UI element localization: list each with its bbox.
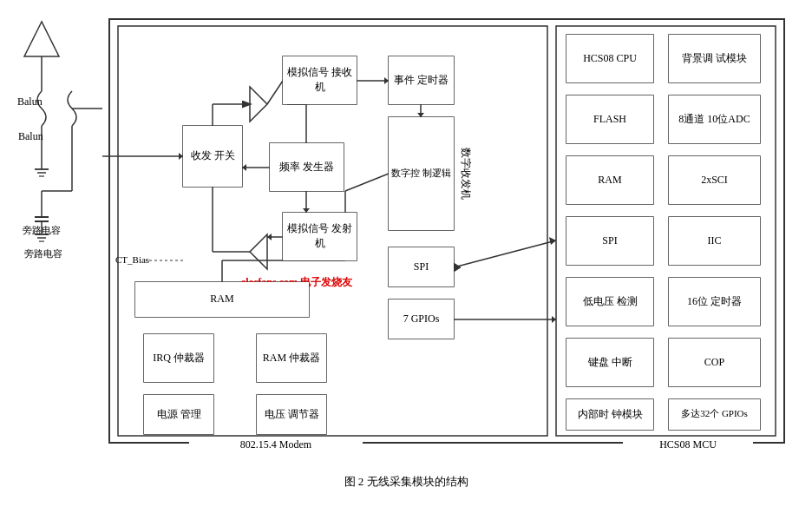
diagram-area: Balun 旁路电容 CT_Bias elecfans.com 电子发烧友 收发… — [16, 9, 796, 469]
svg-line-53 — [267, 81, 283, 104]
freq-gen-label: 频率 发生器 — [270, 143, 344, 191]
iic-label: IIC — [669, 217, 760, 265]
analog-rx-label: 模拟信号 接收机 — [283, 56, 357, 104]
modem-label: 802.15.4 Modem — [189, 438, 363, 451]
keyboard-int-label: 键盘 中断 — [566, 339, 653, 386]
spi-label: SPI — [389, 247, 454, 286]
svg-marker-26 — [250, 234, 267, 269]
gpios-label: 7 GPIOs — [389, 299, 454, 339]
analog-tx-label: 模拟信号 发射机 — [283, 213, 357, 260]
digital-control-label: 数字控 制逻辑 — [389, 117, 454, 230]
antenna-icon — [24, 22, 59, 56]
irq-arbiter-label: IRQ 仲裁器 — [144, 334, 213, 382]
background-debug-label: 背景调 试模块 — [669, 35, 760, 82]
spi-mcu-label: SPI — [566, 217, 653, 265]
ct-bias-label: CT_Bias — [115, 254, 149, 265]
svg-line-68 — [454, 240, 556, 267]
flash-label: FLASH — [566, 95, 653, 143]
svg-line-78 — [345, 174, 389, 191]
internal-clock-label: 内部时 钟模块 — [566, 399, 653, 430]
ram-label: RAM — [135, 282, 309, 317]
ram-arbiter-label: RAM 仲裁器 — [257, 334, 326, 382]
balun-text: Balun — [17, 95, 43, 109]
adc-label: 8通道 10位ADC — [669, 95, 760, 143]
bypass-cap-text: 旁路电容 — [17, 224, 65, 237]
hcs08-cpu-label: HCS08 CPU — [566, 35, 653, 82]
gpios-32-label: 多达32个 GPIOs — [669, 399, 760, 430]
cop-label: COP — [669, 339, 760, 386]
balun-label: Balun — [18, 130, 43, 143]
svg-marker-70 — [454, 263, 461, 272]
low-voltage-label: 低电压 检测 — [566, 278, 653, 326]
ram-mcu-label: RAM — [566, 156, 653, 204]
event-timer-label: 事件 定时器 — [389, 56, 454, 104]
sci-label: 2xSCI — [669, 156, 760, 204]
power-mgmt-label: 电源 管理 — [144, 395, 213, 434]
digital-transceiver-label: 数字收发机 — [458, 148, 473, 200]
figure-caption: 图 2 无线采集模块的结构 — [344, 474, 468, 490]
transceiver-switch-label: 收发 开关 — [183, 126, 242, 187]
svg-marker-23 — [250, 87, 267, 122]
mcu-label: HCS08 MCU — [623, 438, 753, 451]
main-container: Balun 旁路电容 CT_Bias elecfans.com 电子发烧友 收发… — [7, 9, 805, 512]
timer-16-label: 16位 定时器 — [669, 278, 760, 326]
svg-marker-69 — [549, 237, 556, 245]
voltage-reg-label: 电压 调节器 — [257, 395, 326, 434]
bypass-cap-label: 旁路电容 — [17, 247, 69, 260]
